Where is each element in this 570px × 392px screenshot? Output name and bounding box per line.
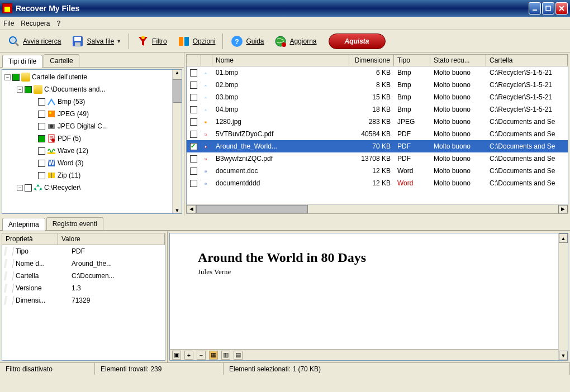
maximize-button[interactable]: [542, 2, 554, 15]
camera-icon: [47, 122, 56, 131]
checkbox[interactable]: [190, 131, 197, 138]
aquista-button[interactable]: Aquista: [329, 34, 386, 49]
recycler-icon: [34, 183, 42, 192]
tab-tipi-di-file[interactable]: Tipi di file: [2, 55, 42, 68]
collapse-icon[interactable]: −: [17, 87, 23, 93]
file-list[interactable]: 01.bmp6 KBBmpMolto buonoC:\Recycler\S-1-…: [186, 66, 568, 204]
tree-item-label: C:\Documents and...: [44, 85, 105, 93]
svg-point-7: [141, 36, 145, 39]
file-type: Bmp: [394, 93, 430, 101]
menu-recupera[interactable]: Recupera: [21, 20, 50, 27]
fit-icon[interactable]: ▣: [172, 351, 181, 360]
checkbox[interactable]: [38, 98, 45, 106]
view3-icon[interactable]: ▤: [234, 351, 243, 360]
checkbox[interactable]: [190, 168, 197, 175]
checkbox[interactable]: [190, 118, 197, 126]
file-row[interactable]: 02.bmp8 KBBmpMolto buonoC:\Recycler\S-1-…: [187, 79, 568, 91]
column-nome[interactable]: Nome: [212, 55, 349, 66]
page-icon: [4, 247, 15, 256]
file-type: Bmp: [394, 106, 430, 113]
view2-icon[interactable]: ▥: [221, 351, 230, 360]
file-row[interactable]: B3wywfzniZQC.pdf13708 KBPDFMolto buonoC:…: [187, 152, 568, 165]
property-key: Dimensi...: [16, 297, 72, 304]
aggiorna-button[interactable]: Aggiorna: [270, 33, 320, 50]
checkbox[interactable]: [38, 111, 45, 118]
file-size: 8 KB: [349, 81, 394, 89]
scroll-up-icon[interactable]: ▲: [559, 233, 568, 243]
zoom-out-icon[interactable]: −: [197, 351, 206, 360]
menu-help[interactable]: ?: [56, 20, 60, 27]
file-type-icon: [205, 68, 207, 77]
filtro-button[interactable]: Filtro: [132, 33, 171, 50]
avvia-ricerca-button[interactable]: Avvia ricerca: [3, 33, 65, 50]
checkbox[interactable]: [190, 143, 197, 150]
checkbox[interactable]: [38, 135, 45, 142]
column-tipo[interactable]: Tipo: [394, 55, 430, 66]
file-row[interactable]: Around_the_World...70 KBPDFMolto buonoC:…: [187, 140, 568, 152]
checkbox[interactable]: [190, 180, 197, 187]
zoom-in-icon[interactable]: +: [184, 351, 193, 360]
svg-rect-6: [75, 42, 80, 46]
file-type: PDF: [394, 130, 430, 138]
file-row[interactable]: Wdocumentdddd12 KBWordMolto buonoC:\Docu…: [187, 177, 568, 189]
file-row[interactable]: 04.bmp18 KBBmpMolto buonoC:\Recycler\S-1…: [187, 103, 568, 116]
close-button[interactable]: [555, 2, 568, 15]
tab-anteprima[interactable]: Anteprima: [2, 218, 45, 231]
guida-button[interactable]: ? Guida: [226, 33, 268, 50]
property-row: Versione1.3: [2, 282, 165, 294]
folder-tree[interactable]: −Cartelle dell'utente −C:\Documents and.…: [2, 69, 182, 214]
checkbox[interactable]: [38, 160, 45, 167]
checkbox[interactable]: [190, 82, 197, 89]
checkbox[interactable]: [190, 94, 197, 101]
file-size: 283 KB: [349, 118, 394, 126]
file-row[interactable]: 1280.jpg283 KBJPEGMolto buonoC:\Document…: [187, 116, 568, 128]
menu-file[interactable]: File: [3, 20, 14, 27]
opzioni-button[interactable]: Opzioni: [173, 33, 220, 50]
property-key: Cartella: [16, 272, 72, 280]
file-folder: C:\Documents and Se: [486, 142, 568, 150]
scroll-right-icon[interactable]: ▶: [558, 205, 568, 213]
wave-icon: [47, 146, 56, 155]
column-proprieta[interactable]: Proprietà: [2, 233, 58, 245]
opzioni-label: Opzioni: [193, 37, 216, 45]
scroll-down-icon[interactable]: ▼: [559, 351, 568, 360]
checkbox[interactable]: [38, 123, 45, 130]
checkbox[interactable]: [12, 74, 20, 81]
file-row[interactable]: 5VTBuvfZDyoC.pdf40584 KBPDFMolto buonoC:…: [187, 128, 568, 140]
avvia-label: Avvia ricerca: [23, 37, 61, 45]
tab-registro-eventi[interactable]: Registro eventi: [46, 217, 103, 230]
view1-icon[interactable]: ▦: [209, 351, 218, 360]
property-row: Nome d...Around_the...: [2, 257, 165, 270]
column-dimensione[interactable]: Dimensione: [349, 55, 394, 66]
property-value: 71329: [72, 297, 163, 304]
scroll-left-icon[interactable]: ◀: [187, 205, 196, 213]
checkbox[interactable]: [25, 86, 32, 93]
tree-item-label: Zip (11): [58, 171, 80, 179]
page-icon: [4, 271, 15, 280]
checkbox[interactable]: [38, 147, 45, 155]
column-stato[interactable]: Stato recu...: [430, 55, 486, 66]
horizontal-scrollbar[interactable]: ◀ ▶: [186, 204, 568, 214]
tab-cartelle[interactable]: Cartelle: [44, 54, 79, 67]
checkbox[interactable]: [190, 155, 197, 162]
checkbox[interactable]: [190, 106, 197, 113]
preview-scrollbar[interactable]: ▲ ▼: [558, 233, 568, 360]
salva-file-button[interactable]: Salva file ▼: [67, 33, 125, 50]
checkbox[interactable]: [25, 184, 32, 192]
file-type-icon: [205, 130, 207, 138]
file-row[interactable]: Wdocument.doc12 KBWordMolto buonoC:\Docu…: [187, 165, 568, 177]
vertical-scrollbar[interactable]: ▲▼: [172, 70, 182, 213]
file-row[interactable]: 01.bmp6 KBBmpMolto buonoC:\Recycler\S-1-…: [187, 66, 568, 79]
checkbox[interactable]: [190, 69, 197, 77]
checkbox[interactable]: [38, 172, 45, 179]
separator: [129, 34, 129, 49]
column-valore[interactable]: Valore: [58, 233, 165, 245]
svg-text:?: ?: [235, 38, 239, 46]
column-cartella[interactable]: Cartella: [486, 55, 568, 66]
file-name: B3wywfzniZQC.pdf: [212, 155, 349, 162]
file-row[interactable]: 03.bmp15 KBBmpMolto buonoC:\Recycler\S-1…: [187, 91, 568, 103]
collapse-icon[interactable]: −: [4, 74, 11, 80]
minimize-button[interactable]: [529, 2, 541, 15]
collapse-icon[interactable]: −: [17, 185, 23, 191]
tree-item-label: JPEG (49): [58, 110, 89, 118]
